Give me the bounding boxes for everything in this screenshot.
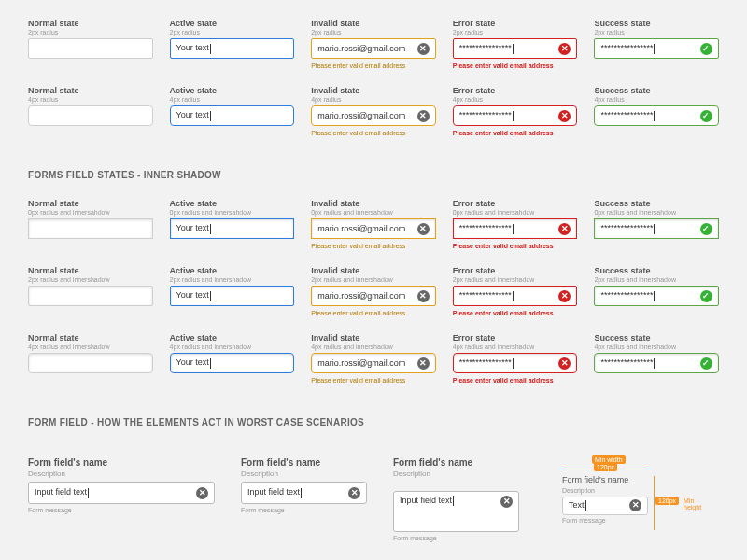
clear-icon[interactable]: ✕ bbox=[417, 290, 430, 302]
input-normal[interactable] bbox=[28, 218, 153, 239]
error-icon: ✕ bbox=[558, 223, 571, 235]
input-text[interactable]: Input field text✕ bbox=[28, 482, 215, 504]
clear-icon[interactable]: ✕ bbox=[417, 223, 430, 235]
input-active[interactable]: Your text bbox=[170, 38, 295, 59]
input-textarea[interactable]: Input field text✕ bbox=[393, 491, 519, 532]
clear-icon[interactable]: ✕ bbox=[417, 110, 430, 122]
input-success[interactable]: ****************✓ bbox=[594, 353, 719, 373]
row-r4-inner: Normal state4px radius and innershadow A… bbox=[28, 333, 719, 384]
input-error[interactable]: ****************✕ bbox=[453, 353, 578, 373]
input-invalid[interactable]: mario.rossi@gmail.com✕ bbox=[311, 353, 436, 373]
sub-label: 2px radius bbox=[594, 29, 719, 35]
error-icon: ✕ bbox=[558, 110, 571, 122]
clear-icon[interactable]: ✕ bbox=[417, 43, 430, 55]
input-error[interactable]: ****************✕ bbox=[453, 105, 578, 126]
dim-value-minw: 120px bbox=[594, 463, 617, 471]
field-message: Form message bbox=[28, 507, 215, 513]
row-r2: Normal state 2px radius Active state 2px… bbox=[28, 19, 719, 69]
clear-icon[interactable]: ✕ bbox=[629, 499, 641, 511]
success-icon: ✓ bbox=[700, 43, 712, 55]
input-normal[interactable] bbox=[28, 353, 153, 373]
state-label: Success state bbox=[594, 19, 719, 28]
success-icon: ✓ bbox=[700, 223, 712, 235]
input-normal[interactable] bbox=[28, 38, 153, 59]
clear-icon[interactable]: ✕ bbox=[348, 487, 360, 499]
input-active[interactable]: Your text bbox=[170, 218, 295, 239]
success-icon: ✓ bbox=[700, 357, 712, 370]
input-active[interactable]: Your text bbox=[170, 353, 295, 373]
input-normal[interactable] bbox=[28, 286, 153, 306]
clear-icon[interactable]: ✕ bbox=[500, 496, 513, 508]
input-invalid[interactable]: mario.rossi@gmail.com✕ bbox=[311, 286, 436, 306]
section-title-inner: FORMS FIELD STATES - INNER SHADOW bbox=[28, 170, 719, 180]
field-desc: Description bbox=[28, 469, 215, 478]
field-message: Please enter valid email address bbox=[311, 63, 436, 69]
worst-case-narrow: Form field's name Description Input fiel… bbox=[241, 457, 367, 513]
error-icon: ✕ bbox=[558, 43, 571, 55]
input-success[interactable]: ****************✓ bbox=[594, 38, 719, 59]
row-r2-inner: Normal state2px radius and innershadow A… bbox=[28, 266, 719, 316]
input-success[interactable]: ****************✓ bbox=[594, 105, 719, 126]
state-label: Invalid state bbox=[311, 19, 436, 28]
row-r0-inner: Normal state0px radius and innersahdow A… bbox=[28, 199, 719, 249]
field-message: Please enter valid email address bbox=[453, 63, 578, 69]
input-active[interactable]: Your text bbox=[170, 105, 295, 126]
input-min[interactable]: Text✕ bbox=[562, 497, 648, 515]
input-error[interactable]: ****************✕ bbox=[453, 286, 578, 306]
sub-label: 2px radius bbox=[311, 29, 436, 35]
sub-label: 2px radius bbox=[28, 29, 153, 35]
sub-label: 2px radius bbox=[453, 29, 578, 35]
input-success[interactable]: ****************✓ bbox=[594, 218, 719, 239]
input-invalid[interactable]: mario.rossi@gmail.com✕ bbox=[311, 105, 436, 126]
field-name: Form field's name bbox=[28, 457, 215, 468]
input-active[interactable]: Your text bbox=[170, 286, 295, 306]
row-r4: Normal state 4px radius Active state 4px… bbox=[28, 86, 719, 136]
error-icon: ✕ bbox=[558, 290, 571, 302]
section-title-worst: FORM FIELD - HOW THE ELEMENTS ACT IN WOR… bbox=[28, 417, 719, 427]
dim-label-minh: Min height bbox=[681, 497, 704, 511]
sub-label: 2px radius bbox=[170, 29, 295, 35]
dim-value-minh: 126px bbox=[655, 497, 679, 505]
worst-case-wide: Form field's name Description Input fiel… bbox=[28, 457, 215, 513]
state-label: Error state bbox=[453, 19, 578, 28]
success-icon: ✓ bbox=[700, 110, 712, 122]
clear-icon[interactable]: ✕ bbox=[196, 487, 208, 499]
state-label: Normal state bbox=[28, 19, 153, 28]
success-icon: ✓ bbox=[700, 290, 712, 302]
error-icon: ✕ bbox=[558, 357, 571, 370]
worst-case-tall: Form field's name Description Input fiel… bbox=[393, 457, 519, 541]
input-success[interactable]: ****************✓ bbox=[594, 286, 719, 306]
input-invalid[interactable]: mario.rossi@gmail.com✕ bbox=[311, 38, 436, 59]
input-text[interactable]: Input field text✕ bbox=[241, 482, 367, 504]
input-error[interactable]: ****************✕ bbox=[453, 38, 578, 59]
input-invalid[interactable]: mario.rossi@gmail.com✕ bbox=[311, 218, 436, 239]
clear-icon[interactable]: ✕ bbox=[417, 357, 430, 370]
input-normal[interactable] bbox=[28, 105, 153, 126]
field-name-wrapped: Form field's name bbox=[562, 476, 648, 485]
state-label: Active state bbox=[170, 19, 295, 28]
input-error[interactable]: ****************✕ bbox=[453, 218, 578, 239]
